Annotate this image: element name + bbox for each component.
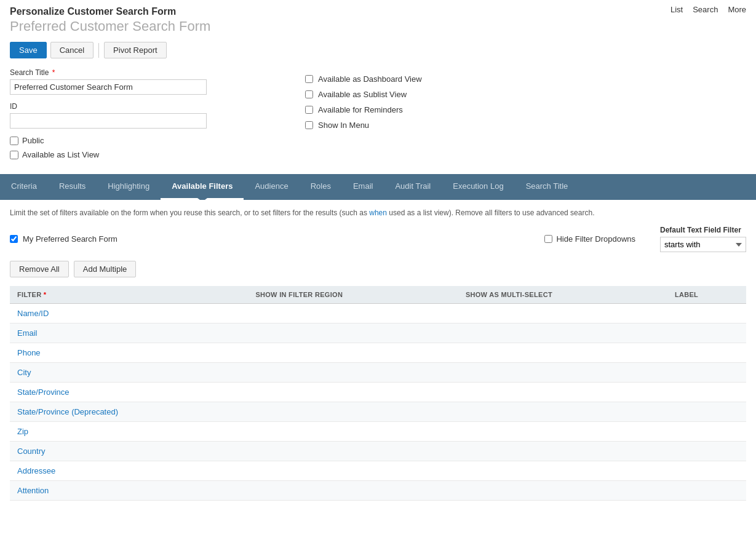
table-row: Addressee (10, 461, 746, 481)
my-preferred-checkbox[interactable] (10, 235, 18, 243)
form-left: Search Title * ID Public Available as Li… (10, 68, 281, 164)
cell-filter[interactable]: Addressee (10, 461, 248, 481)
page-title-main: Personalize Customer Search Form (10, 6, 746, 17)
cell-label (667, 442, 746, 461)
search-title-label: Search Title * (10, 68, 281, 77)
table-row: State/Province (Deprecated) (10, 402, 746, 422)
cell-filter[interactable]: Email (10, 324, 248, 343)
cell-filter[interactable]: State/Province (10, 383, 248, 402)
table-row: City (10, 363, 746, 383)
cell-label (667, 481, 746, 501)
tab-highlighting[interactable]: Highlighting (97, 174, 161, 200)
required-indicator: * (50, 68, 55, 77)
reminders-row: Available for Reminders (305, 105, 746, 114)
tab-execution-log[interactable]: Execution Log (442, 174, 514, 200)
default-text-filter-label: Default Text Field Filter (660, 226, 746, 234)
cell-filter[interactable]: Zip (10, 422, 248, 442)
tab-email[interactable]: Email (342, 174, 384, 200)
sublist-view-row: Available as Sublist View (305, 90, 746, 99)
cell-show_in_filter_region (248, 481, 458, 501)
toolbar: Save Cancel Pivot Report (0, 37, 756, 63)
tab-audience[interactable]: Audience (244, 174, 299, 200)
search-title-group: Search Title * (10, 68, 281, 95)
hide-filter-dropdowns-checkbox[interactable] (544, 235, 552, 243)
cell-label (667, 461, 746, 481)
cell-label (667, 363, 746, 383)
available-list-view-checkbox[interactable] (10, 151, 18, 159)
id-input[interactable] (10, 113, 207, 129)
tab-available-filters[interactable]: Available Filters (161, 174, 244, 200)
cell-show_as_multi_select (458, 422, 667, 442)
cell-show_as_multi_select (458, 442, 667, 461)
cell-show_as_multi_select (458, 304, 667, 324)
toolbar-divider (98, 43, 99, 58)
cell-label (667, 324, 746, 343)
cell-show_as_multi_select (458, 481, 667, 501)
hide-filter-row: Hide Filter Dropdowns (544, 234, 635, 244)
id-label: ID (10, 102, 281, 111)
cell-filter[interactable]: Name/ID (10, 304, 248, 324)
tab-roles[interactable]: Roles (300, 174, 342, 200)
add-multiple-button[interactable]: Add Multiple (74, 261, 137, 277)
column-header-label: LABEL (667, 286, 746, 304)
cell-label (667, 304, 746, 324)
tab-bar: CriteriaResultsHighlightingAvailable Fil… (0, 174, 756, 200)
cell-filter[interactable]: City (10, 363, 248, 383)
default-text-filter-select[interactable]: starts withcontainsisis notends with (660, 237, 746, 252)
cell-show_in_filter_region (248, 343, 458, 363)
page-title-sub: Preferred Customer Search Form (10, 18, 746, 34)
cell-show_as_multi_select (458, 363, 667, 383)
tab-content: Limit the set of filters available on th… (0, 200, 756, 508)
cell-filter[interactable]: Phone (10, 343, 248, 363)
reminders-checkbox[interactable] (305, 106, 313, 114)
sublist-view-checkbox[interactable] (305, 90, 313, 98)
table-row: Country (10, 442, 746, 461)
info-text: Limit the set of filters available on th… (10, 207, 746, 218)
show-in-menu-checkbox[interactable] (305, 121, 313, 129)
form-right: Available as Dashboard View Available as… (305, 68, 746, 164)
right-options: Available as Dashboard View Available as… (305, 74, 746, 130)
table-row: Zip (10, 422, 746, 442)
cell-label (667, 343, 746, 363)
column-header-filter: FILTER * (10, 286, 248, 304)
tab-criteria[interactable]: Criteria (0, 174, 48, 200)
cell-filter[interactable]: State/Province (Deprecated) (10, 402, 248, 422)
cancel-button[interactable]: Cancel (50, 42, 94, 58)
dashboard-view-checkbox[interactable] (305, 75, 313, 83)
filter-table-body: Name/IDEmailPhoneCityState/ProvinceState… (10, 304, 746, 501)
column-header-show_in_filter_region: SHOW IN FILTER REGION (248, 286, 458, 304)
available-list-view-label: Available as List View (22, 150, 99, 159)
cell-show_as_multi_select (458, 461, 667, 481)
public-checkbox-row: Public (10, 136, 281, 145)
my-preferred-label: My Preferred Search Form (23, 234, 117, 244)
filter-left: My Preferred Search Form (10, 234, 117, 244)
hide-filter-dropdowns-label: Hide Filter Dropdowns (556, 234, 635, 244)
search-title-input[interactable] (10, 79, 207, 95)
cell-filter[interactable]: Country (10, 442, 248, 461)
cell-show_in_filter_region (248, 461, 458, 481)
dashboard-view-label: Available as Dashboard View (318, 74, 422, 84)
tab-results[interactable]: Results (48, 174, 97, 200)
table-row: Phone (10, 343, 746, 363)
cell-show_in_filter_region (248, 422, 458, 442)
cell-label (667, 383, 746, 402)
info-text-link: when (369, 208, 387, 217)
cell-show_in_filter_region (248, 402, 458, 422)
id-group: ID (10, 102, 281, 129)
tab-search-title[interactable]: Search Title (515, 174, 579, 200)
table-row: Name/ID (10, 304, 746, 324)
table-row: Email (10, 324, 746, 343)
cell-filter[interactable]: Attention (10, 481, 248, 501)
available-list-view-row: Available as List View (10, 150, 281, 159)
remove-all-button[interactable]: Remove All (10, 261, 69, 277)
cell-label (667, 402, 746, 422)
save-button[interactable]: Save (10, 42, 47, 58)
cell-show_in_filter_region (248, 442, 458, 461)
filter-table-header: FILTER *SHOW IN FILTER REGIONSHOW AS MUL… (10, 286, 746, 304)
filter-right: Hide Filter Dropdowns Default Text Field… (544, 226, 746, 252)
public-label: Public (22, 136, 44, 145)
pivot-report-button[interactable]: Pivot Report (104, 42, 167, 58)
tab-audit-trail[interactable]: Audit Trail (384, 174, 442, 200)
show-in-menu-row: Show In Menu (305, 121, 746, 130)
public-checkbox[interactable] (10, 137, 18, 145)
